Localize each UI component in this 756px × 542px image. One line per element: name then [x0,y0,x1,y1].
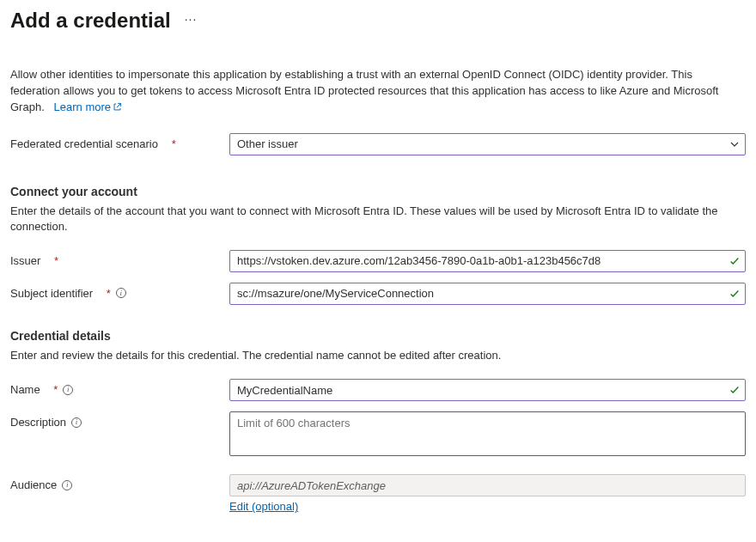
external-link-icon [113,102,122,112]
page-title: Add a credential [10,9,171,33]
details-section-desc: Enter and review the details for this cr… [10,348,746,363]
description-row: Description i [10,411,746,459]
learn-more-link[interactable]: Learn more [54,100,122,113]
issuer-label: Issuer * [10,250,229,267]
required-indicator: * [172,137,176,150]
check-icon [729,384,741,396]
scenario-label: Federated credential scenario * [10,133,229,150]
audience-field: api://AzureADTokenExchange [229,474,746,496]
subject-label: Subject identifier * i [10,283,229,300]
name-input[interactable] [229,379,746,401]
audience-label: Audience i [10,474,229,491]
connect-section-title: Connect your account [10,185,746,198]
check-icon [729,288,741,300]
info-icon[interactable]: i [116,288,126,298]
description-textarea[interactable] [229,411,746,456]
more-actions-button[interactable]: ··· [185,13,198,28]
scenario-row: Federated credential scenario * Other is… [10,133,746,155]
issuer-input[interactable] [229,250,746,272]
info-icon[interactable]: i [71,417,82,428]
audience-edit-link[interactable]: Edit (optional) [229,500,298,513]
audience-value: api://AzureADTokenExchange [237,479,386,492]
issuer-row: Issuer * [10,250,746,272]
name-label: Name * i [10,379,229,396]
chevron-down-icon [729,139,740,149]
required-indicator: * [107,287,111,300]
info-icon[interactable]: i [63,385,73,395]
details-section-title: Credential details [10,329,746,343]
subject-input[interactable] [229,283,746,305]
scenario-select-value: Other issuer [237,137,298,150]
scenario-select[interactable]: Other issuer [229,133,746,155]
required-indicator: * [54,254,58,267]
subject-row: Subject identifier * i [10,283,746,305]
page-header: Add a credential ··· [10,9,746,33]
required-indicator: * [53,383,58,396]
intro-text: Allow other identities to impersonate th… [10,67,742,116]
check-icon [729,255,741,267]
name-row: Name * i [10,379,746,401]
description-label: Description i [10,411,229,429]
connect-section-desc: Enter the details of the account that yo… [10,204,746,234]
audience-row: Audience i api://AzureADTokenExchange Ed… [10,474,746,513]
info-icon[interactable]: i [62,480,72,490]
